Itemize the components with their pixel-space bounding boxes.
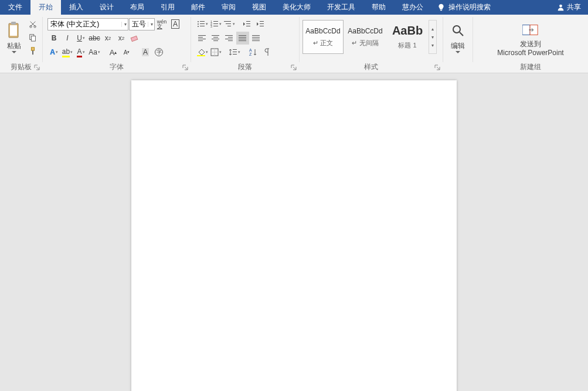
tab-developer[interactable]: 开发工具 [319,0,363,15]
borders-button[interactable]: ▾ [209,46,222,59]
font-size-combo[interactable]: 五号▾ [129,18,155,30]
align-center-icon [212,35,220,42]
shrink-font-button[interactable]: A▾ [120,46,133,59]
shading-button[interactable]: ▾ [196,46,209,59]
send-label-1: 发送到 [520,40,541,48]
svg-rect-50 [252,39,260,39]
style-preview: AaBbCcDd [305,27,340,35]
paste-button[interactable]: 粘贴 [2,16,26,59]
svg-rect-35 [198,40,203,41]
sort-button[interactable]: AZ [247,46,260,59]
numbering-button[interactable]: 123▾ [209,18,222,30]
svg-rect-39 [213,40,218,41]
italic-button[interactable]: I [61,32,74,45]
superscript-button[interactable]: x2 [115,32,128,45]
bullet-list-icon [197,21,205,28]
character-border-button[interactable]: A [169,18,182,30]
phonetic-guide-button[interactable]: wén文 [155,18,168,30]
svg-rect-33 [198,37,203,38]
tab-file[interactable]: 文件 [0,0,30,15]
underline-button[interactable]: U▾ [74,32,87,45]
svg-rect-42 [225,39,233,39]
document-page[interactable] [131,80,457,391]
svg-point-0 [559,5,562,8]
tab-huiban[interactable]: 慧办公 [394,0,431,15]
tab-help[interactable]: 帮助 [363,0,394,15]
text-effects-button[interactable]: A▾ [47,46,60,59]
subscript-button[interactable]: x2 [101,32,114,45]
clear-formatting-button[interactable] [128,32,141,45]
send-to-powerpoint-button[interactable]: 发送到 Microsoft PowerPoint [494,16,567,62]
align-left-button[interactable] [196,32,209,45]
tell-me-label: 操作说明搜索 [448,2,491,12]
svg-rect-18 [213,21,218,22]
svg-rect-45 [239,37,246,38]
cut-button[interactable] [27,18,39,30]
highlight-button[interactable]: ab▾ [61,46,74,59]
tab-review[interactable]: 审阅 [213,0,244,15]
show-marks-button[interactable] [260,46,273,59]
bullets-button[interactable]: ▾ [196,18,209,30]
svg-rect-48 [252,35,260,36]
svg-rect-51 [252,40,260,41]
group-font: 宋体 (中文正文)▾ 五号▾ wén文 A B I U▾ abc x2 x2 A… [43,15,191,73]
eraser-icon [130,34,140,42]
svg-rect-32 [198,35,206,36]
align-justify-button[interactable] [236,32,249,45]
brush-icon [29,47,37,55]
enclose-character-button[interactable]: 字 [152,46,165,59]
decrease-indent-button[interactable] [240,18,253,30]
style-normal[interactable]: AaBbCcDd ↵ 正文 [303,20,344,54]
align-right-button[interactable] [223,32,236,45]
svg-rect-28 [246,26,250,26]
multilevel-list-button[interactable]: ▾ [223,18,236,30]
bold-button[interactable]: B [47,32,60,45]
styles-launcher[interactable] [434,64,441,72]
tab-references[interactable]: 引用 [152,0,183,15]
align-center-button[interactable] [209,32,222,45]
send-to-ppt-icon [522,21,539,39]
chevron-up-icon: ▴ [429,25,436,33]
clipboard-launcher[interactable] [34,64,41,72]
tab-insert[interactable]: 插入 [61,0,91,15]
svg-rect-24 [226,23,231,24]
format-painter-button[interactable] [27,45,39,57]
launcher-icon [434,64,440,70]
line-spacing-button[interactable]: ▾ [228,46,241,59]
align-distributed-button[interactable] [250,32,263,45]
sort-icon: AZ [249,48,257,56]
font-name-combo[interactable]: 宋体 (中文正文)▾ [47,18,128,30]
tell-me-search[interactable]: 操作说明搜索 [431,0,497,15]
grow-font-button[interactable]: A▴ [107,46,120,59]
copy-button[interactable] [27,32,39,43]
editing-button[interactable]: 编辑 [446,16,470,59]
share-label: 共享 [567,2,581,12]
tab-beautify[interactable]: 美化大师 [274,0,319,15]
paragraph-launcher[interactable] [291,64,298,72]
strikethrough-button[interactable]: abc [88,32,101,45]
style-no-spacing[interactable]: AaBbCcDd ↵ 无间隔 [345,20,386,54]
svg-point-11 [198,21,199,22]
share-button[interactable]: 共享 [550,0,588,15]
multilevel-list-icon [224,21,232,28]
tab-home[interactable]: 开始 [30,0,61,15]
svg-rect-43 [228,40,233,41]
change-case-button[interactable]: Aa▾ [88,46,101,59]
style-heading1[interactable]: AaBb 标题 1 [387,20,428,54]
tab-design[interactable]: 设计 [91,0,122,15]
style-name: ↵ 无间隔 [352,39,378,47]
styles-expand[interactable]: ▴ ▾ ▾ [429,20,437,54]
paste-label: 粘贴 [7,41,21,51]
character-shading-button[interactable]: A [139,46,152,59]
font-launcher[interactable] [182,64,189,72]
group-label-font: 字体 [45,62,188,73]
tab-mailings[interactable]: 邮件 [183,0,213,15]
group-paragraph: ▾ 123▾ ▾ ▾ ▾ ▾ [191,15,299,73]
tab-layout[interactable]: 布局 [122,0,152,15]
tab-view[interactable]: 视图 [244,0,274,15]
document-area[interactable] [0,73,588,391]
svg-rect-63 [522,25,530,35]
align-left-icon [198,35,206,42]
font-color-button[interactable]: A▾ [74,46,87,59]
increase-indent-button[interactable] [254,18,267,30]
